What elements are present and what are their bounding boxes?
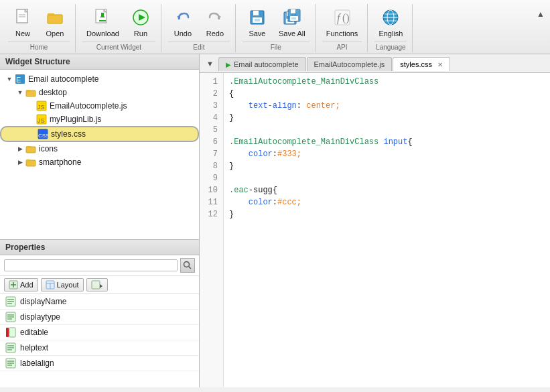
code-area[interactable]: 123456789101112 .EmailAutocomplete_MainD… [200,73,550,387]
code-line-10: .eac-sugg{ [229,184,545,196]
layout-button[interactable]: Layout [41,278,84,291]
toolbar: New Open Home [0,0,550,54]
tree-label-root: Email autocomplete [28,74,98,84]
expand-icon[interactable]: ▼ [5,75,13,83]
undo-button[interactable]: Undo [168,4,198,40]
editor-tab-email-autocomplete[interactable]: ▶Email autocomplete [218,57,306,71]
run-icon [130,7,151,28]
globe-icon [380,7,401,28]
redo-button[interactable]: Redo [200,4,230,40]
tree-label-icons: icons [39,144,58,153]
svg-rect-17 [253,11,259,15]
tab-label-styles-css: styles.css [400,60,432,68]
editor-tab-emailautocomplete-js[interactable]: EmailAutocomplete.js [307,57,393,71]
tabs-scroll-left[interactable]: ▼ [202,58,218,69]
language-buttons: English [374,4,407,40]
line-num-5: 5 [205,124,218,136]
prop-label-displayname: displayName [20,297,66,306]
line-num-11: 11 [205,196,218,208]
svg-rect-6 [48,13,54,16]
line-num-9: 9 [205,172,218,184]
saveall-button[interactable]: Save All [275,4,310,40]
open-button[interactable]: Open [40,4,70,40]
tree-label-emailauto_js: EmailAutocomplete.js [50,101,127,111]
tabs-container: ▶Email autocompleteEmailAutocomplete.jss… [218,56,450,70]
toolbar-group-currentwidget: Download Run Current Widget [77,4,161,52]
add-icon [9,280,18,289]
properties-search-input[interactable] [4,259,178,271]
new-button[interactable]: New [8,4,38,40]
tree-item-mypluginlib_js[interactable]: JSmyPluginLib.js [0,113,199,126]
tab-close-styles-css[interactable]: ✕ [437,61,443,68]
svg-point-50 [184,262,190,267]
code-content[interactable]: .EmailAutocomplete_MainDivClass{ text-al… [224,73,550,387]
saveall-label: Save All [279,29,305,38]
prop-item-helptext[interactable]: helptext [0,340,199,356]
svg-rect-69 [9,328,15,337]
tree-label-styles_css: styles.css [51,129,86,139]
code-line-8: } [229,160,545,172]
prop-label-displaytype: displaytype [20,312,60,322]
line-num-10: 10 [205,184,218,196]
undo-icon [172,7,194,28]
svg-rect-58 [92,281,100,289]
save-button[interactable]: Save [243,4,272,40]
line-num-6: 6 [205,136,218,148]
svg-rect-49 [26,159,31,161]
svg-rect-47 [26,146,31,148]
line-num-2: 2 [205,88,218,100]
prop-item-labelalign[interactable]: labelalign [0,356,199,371]
save-label: Save [249,29,265,38]
tree-item-emailauto_js[interactable]: JSEmailAutocomplete.js [0,99,199,113]
file-buttons: Save [243,4,310,40]
prop-label-helptext: helptext [20,343,48,352]
language-group-label: Language [374,42,407,51]
download-button[interactable]: Download [82,4,123,40]
editor-tab-styles-css[interactable]: styles.css✕ [393,57,450,71]
prop-item-displaytype[interactable]: displaytype [0,310,199,325]
js-icon: JS [36,101,47,111]
functions-icon: f () [332,7,353,28]
tree-item-icons[interactable]: ▶icons [0,142,199,155]
prop-icon-helptext [5,342,16,353]
add-property-button[interactable]: Add [4,278,38,291]
expand-icon[interactable]: ▶ [16,145,24,153]
prop-icon-labelalign [5,358,16,369]
tab-label-emailautocomplete-js: EmailAutocomplete.js [314,60,385,68]
svg-text:CSS: CSS [38,133,48,139]
folder-icon [25,87,36,98]
expand-icon[interactable]: ▼ [16,88,24,96]
home-buttons: New Open [8,4,70,40]
tree-item-root[interactable]: ▼EEmail autocomplete [0,72,199,86]
more-button[interactable] [86,278,108,291]
api-buttons: f () Functions [322,4,362,40]
expand-icon[interactable]: ▶ [16,158,24,166]
tab-label-email-autocomplete: Email autocomplete [234,60,299,68]
tree-container: ▼EEmail autocomplete▼desktopJSEmailAutoc… [0,72,199,169]
toolbar-collapse-icon[interactable]: ▲ [534,7,547,21]
english-button[interactable]: English [374,4,407,40]
run-button[interactable]: Run [126,4,155,40]
code-line-9 [229,172,545,184]
tree-item-styles_css[interactable]: CSSstyles.css [0,126,199,142]
layout-label: Layout [57,281,79,289]
folder-icon [25,157,36,168]
line-num-7: 7 [205,148,218,160]
svg-rect-39 [26,90,31,92]
save-icon [247,7,268,28]
tree-item-desktop[interactable]: ▼desktop [0,86,199,99]
properties-header: Properties [0,240,199,255]
root-icon: E [15,74,25,84]
tree-item-smartphone[interactable]: ▶smartphone [0,155,199,169]
properties-search-button[interactable] [180,258,195,273]
properties-toolbar: Add Layout [0,276,199,294]
api-group-label: API [322,42,362,51]
currentwidget-group-label: Current Widget [82,42,155,51]
prop-item-displayname[interactable]: displayName [0,294,199,310]
prop-item-editable[interactable]: editable [0,325,199,340]
code-line-2: { [229,88,545,100]
open-label: Open [46,29,64,38]
edit-group-label: Edit [168,42,230,51]
functions-button[interactable]: f () Functions [322,4,362,40]
svg-rect-10 [101,13,104,17]
